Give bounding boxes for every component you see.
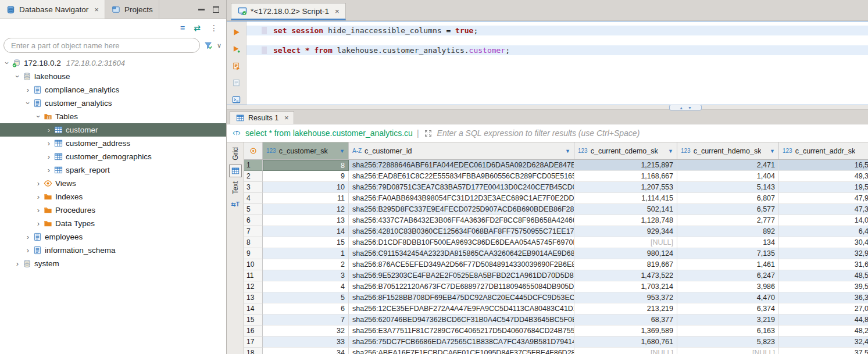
table-cell[interactable]: 2 [263, 259, 349, 270]
table-cell[interactable]: 7,135 [677, 248, 779, 259]
results-filter-bar[interactable]: select * from lakehouse.customer_analyti… [227, 124, 868, 142]
table-cell[interactable]: sha256:B705122120A673FC7DE6889727DB11809… [349, 281, 574, 292]
arrow-down-icon[interactable]: ▼ [688, 106, 692, 110]
table-cell[interactable]: 1,680,761 [574, 337, 677, 348]
chevron-icon[interactable] [44, 152, 53, 161]
table-cell[interactable]: 14,00 [779, 215, 868, 226]
tree-item[interactable]: compliance_analytics [0, 83, 226, 96]
table-cell[interactable]: 47,36 [779, 204, 868, 215]
table-cell[interactable]: sha256:FA0ABB6943B98054FC31D12D3E3AEC689… [349, 193, 574, 204]
chevron-icon[interactable] [34, 112, 43, 121]
table-cell[interactable]: sha256:8F1528BB708DF69EB475DC92A8C20EC44… [349, 292, 574, 303]
tree-item[interactable]: employees [0, 230, 226, 244]
column-header-c_customer_id[interactable]: A-Zc_customer_id▼ [349, 142, 574, 159]
table-cell[interactable]: sha256:ABEA16E7F1FCBDCA6E01CE1095D84F37C… [349, 348, 574, 354]
table-cell[interactable]: 6,163 [677, 326, 779, 337]
chevron-icon[interactable] [34, 192, 43, 201]
row-number[interactable]: 7 [244, 226, 263, 237]
chevron-icon[interactable] [23, 85, 33, 94]
table-cell[interactable]: sha256:42810C83B0360CE125634F068BAF8FF75… [349, 226, 574, 237]
table-cell[interactable]: sha256:E3A77511F81C7289C76C4065217D5D406… [349, 326, 574, 337]
column-header-c_current_addr_sk[interactable]: 123c_current_addr_sk▼ [779, 142, 868, 159]
table-cell[interactable]: 32 [263, 326, 349, 337]
expand-filter-icon[interactable] [423, 128, 433, 138]
row-number[interactable]: 10 [244, 259, 263, 270]
tree-item[interactable]: customer [0, 123, 226, 137]
table-cell[interactable]: 929,344 [574, 226, 677, 237]
row-number[interactable]: 17 [244, 337, 263, 348]
table-cell[interactable]: sha256:C9115342454A2323DA815865CAA326064… [349, 248, 574, 259]
filter-type-icon[interactable] [231, 128, 241, 138]
table-cell[interactable]: 3,986 [677, 281, 779, 292]
table-cell[interactable]: 10 [263, 182, 349, 193]
chevron-icon[interactable] [23, 233, 33, 241]
chevron-icon[interactable] [13, 72, 22, 81]
table-cell[interactable]: 19,58 [779, 182, 868, 193]
more-options-icon[interactable]: ⋮ [210, 24, 218, 32]
table-cell[interactable]: 134 [677, 237, 779, 248]
explain-plan-icon[interactable] [231, 77, 242, 88]
table-cell[interactable]: 1,473,522 [574, 270, 677, 281]
table-cell[interactable]: sha256:9E52303CE4FBA2E2F0525E8A5BFBD2C1A… [349, 270, 574, 281]
open-sql-console-icon[interactable] [231, 94, 242, 105]
table-cell[interactable]: 6 [263, 303, 349, 314]
row-number[interactable]: 1 [244, 160, 263, 171]
table-cell[interactable]: [NULL] [677, 348, 779, 354]
table-cell[interactable]: 3,219 [677, 314, 779, 326]
tree-item[interactable]: Indexes [0, 190, 226, 203]
tree-item[interactable]: customer_analytics [0, 96, 226, 110]
row-number[interactable]: 3 [244, 182, 263, 193]
table-cell[interactable]: sha256:876ACE5EFED349A2D56F77D5084891433… [349, 259, 574, 270]
link-with-editor-icon[interactable]: ⇄ [194, 24, 201, 32]
chevron-down-icon[interactable]: ∨ [217, 42, 222, 49]
table-cell[interactable]: 4 [263, 281, 349, 292]
sql-line[interactable]: select * from lakehouse.customer_analyti… [247, 45, 868, 55]
sort-dropdown-icon[interactable]: ▼ [565, 148, 570, 154]
execute-statement-icon[interactable] [231, 27, 242, 38]
maximize-button[interactable] [213, 6, 219, 13]
text-tab-label[interactable]: Text [231, 181, 240, 194]
arrow-up-icon[interactable]: ▲ [679, 106, 683, 110]
column-header-c_customer_sk[interactable]: 123c_customer_sk▼ [263, 142, 349, 159]
table-cell[interactable]: 36,36 [779, 292, 868, 303]
row-number[interactable]: 2 [244, 171, 263, 182]
table-cell[interactable]: 12 [263, 204, 349, 215]
table-cell[interactable]: 5,823 [677, 337, 779, 348]
chevron-icon[interactable] [13, 259, 22, 268]
table-cell[interactable]: 6,44 [779, 226, 868, 237]
tree-item[interactable]: Data Types [0, 217, 226, 230]
table-cell[interactable]: 48,57 [779, 270, 868, 281]
table-cell[interactable]: 68,377 [574, 314, 677, 326]
table-cell[interactable]: 13 [263, 215, 349, 226]
table-cell[interactable]: 5,143 [677, 182, 779, 193]
table-cell[interactable]: 1,369,589 [574, 326, 677, 337]
chevron-icon[interactable] [2, 59, 12, 67]
chevron-icon[interactable] [44, 139, 53, 148]
table-cell[interactable]: 6,807 [677, 193, 779, 204]
table-cell[interactable]: 2,471 [677, 160, 779, 171]
tab-database-navigator[interactable]: Database Navigator × [0, 0, 105, 19]
table-cell[interactable]: 502,141 [574, 204, 677, 215]
table-cell[interactable]: 3 [263, 270, 349, 281]
close-icon[interactable]: × [94, 5, 99, 14]
table-cell[interactable]: 892 [677, 226, 779, 237]
table-cell[interactable]: 5 [263, 292, 349, 303]
table-cell[interactable]: 7 [263, 314, 349, 326]
chevron-icon[interactable] [44, 126, 53, 134]
row-number[interactable]: 16 [244, 326, 263, 337]
table-cell[interactable]: 33 [263, 337, 349, 348]
table-cell[interactable]: 1,207,553 [574, 182, 677, 193]
tree-item[interactable]: 172.18.0.2 172.18.0.2:31604 [0, 56, 226, 70]
table-cell[interactable]: 6,374 [677, 303, 779, 314]
tree-item[interactable]: spark_report [0, 163, 226, 177]
tree-item[interactable]: Tables [0, 110, 226, 123]
table-cell[interactable]: sha256:79D08751C3EA7C83BA57D177E00413D0C… [349, 182, 574, 193]
row-number[interactable]: 14 [244, 303, 263, 314]
sort-dropdown-icon[interactable]: ▼ [668, 148, 673, 154]
column-header-c_current_cdemo_sk[interactable]: 123c_current_cdemo_sk▼ [574, 142, 677, 159]
table-cell[interactable]: 30,46 [779, 237, 868, 248]
row-number[interactable]: 4 [244, 193, 263, 204]
table-cell[interactable]: [NULL] [574, 237, 677, 248]
table-cell[interactable]: sha256:75DC7FCB6686EDA72565C1B838CA7FC43… [349, 337, 574, 348]
table-cell[interactable]: 953,372 [574, 292, 677, 303]
